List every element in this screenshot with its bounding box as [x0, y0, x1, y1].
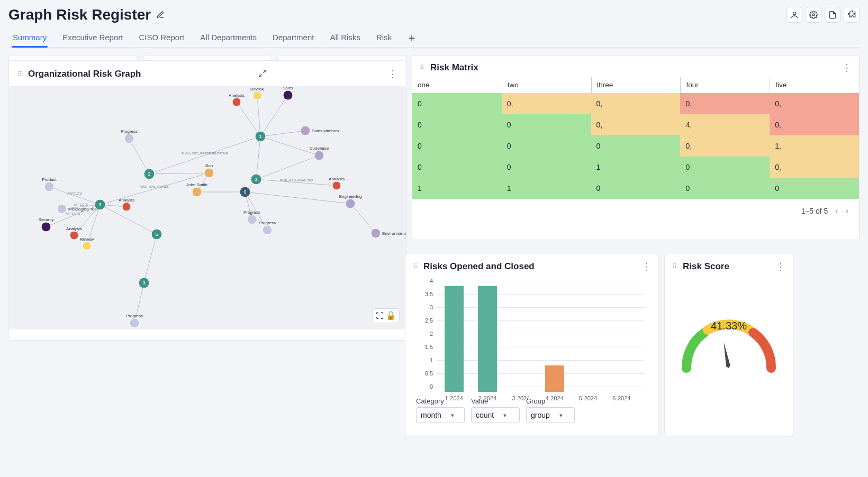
fit-icon[interactable]: ⛶: [376, 311, 384, 320]
matrix-cell[interactable]: 0,: [680, 93, 770, 114]
svg-point-0: [793, 12, 795, 15]
drag-handle-icon[interactable]: ⠿: [672, 263, 677, 270]
graph-node[interactable]: [57, 204, 67, 214]
tab-all-risks[interactable]: All Risks: [329, 29, 361, 47]
select-value: month: [421, 411, 441, 419]
svg-line-23: [49, 187, 100, 205]
card-title: Risks Opened and Closed: [423, 261, 535, 272]
matrix-cell[interactable]: 0,: [770, 157, 859, 178]
drag-handle-icon[interactable]: ⠿: [413, 263, 418, 270]
user-icon[interactable]: [786, 7, 802, 23]
kebab-icon[interactable]: ⋮: [776, 261, 785, 272]
tab-all-departments[interactable]: All Departments: [199, 29, 258, 47]
svg-text:Codebase: Codebase: [310, 146, 329, 151]
matrix-cell[interactable]: 0: [502, 135, 591, 157]
tab-summary[interactable]: Summary: [12, 29, 48, 47]
chevron-down-icon: ▾: [451, 412, 454, 419]
risk-matrix-card: ⠿ Risk Matrix ⋮ onetwothreefourfive 00,0…: [412, 55, 860, 240]
graph-node[interactable]: [346, 199, 355, 208]
svg-text:Review: Review: [250, 87, 264, 91]
chevron-down-icon: ▾: [503, 412, 507, 419]
risks-opened-closed-card: ⠿ Risks Opened and Closed ⋮ 00.511.522.5…: [405, 254, 659, 436]
svg-text:1: 1: [259, 134, 261, 139]
kebab-icon[interactable]: ⋮: [641, 261, 651, 272]
tab-risk[interactable]: Risk: [375, 29, 393, 47]
svg-line-16: [245, 192, 350, 204]
graph-node[interactable]: [263, 225, 272, 235]
group-select[interactable]: group▾: [526, 407, 575, 423]
graph-node[interactable]: [83, 242, 91, 250]
graph-node[interactable]: [253, 91, 261, 100]
graph-canvas[interactable]: PLAN_SRC_REPRESENTATIVERISK_HAS_ANALYSIS…: [9, 86, 406, 329]
kebab-icon[interactable]: ⋮: [388, 68, 397, 80]
add-tab-button[interactable]: ＋: [406, 29, 417, 47]
graph-node[interactable]: [44, 182, 54, 191]
matrix-cell[interactable]: 0: [502, 114, 591, 135]
svg-text:Engineering: Engineering: [339, 194, 362, 199]
matrix-cell[interactable]: 0: [412, 93, 502, 114]
graph-node[interactable]: [204, 168, 214, 178]
matrix-cell[interactable]: 0: [680, 178, 770, 199]
graph-node[interactable]: [247, 215, 257, 224]
matrix-cell[interactable]: 1,: [770, 135, 859, 157]
puzzle-icon[interactable]: [844, 7, 860, 23]
bar[interactable]: [478, 286, 497, 392]
matrix-cell[interactable]: 1: [502, 178, 591, 199]
drag-handle-icon[interactable]: ⠿: [420, 64, 425, 71]
matrix-header: four: [680, 77, 770, 93]
graph-node[interactable]: [70, 231, 78, 240]
svg-text:Sales: Sales: [283, 86, 293, 90]
kebab-icon[interactable]: ⋮: [842, 62, 852, 74]
matrix-header: three: [591, 77, 681, 93]
matrix-cell[interactable]: 0,: [591, 114, 681, 135]
bar[interactable]: [445, 286, 464, 392]
graph-node[interactable]: [192, 187, 202, 197]
matrix-cell[interactable]: 0: [412, 135, 502, 157]
graph-node[interactable]: [301, 126, 310, 135]
graph-node[interactable]: [41, 222, 51, 232]
matrix-cell[interactable]: 0: [591, 178, 681, 199]
matrix-cell[interactable]: 4,: [680, 114, 770, 135]
graph-node[interactable]: [122, 203, 131, 211]
matrix-header: five: [770, 77, 859, 93]
matrix-cell[interactable]: 0: [502, 157, 591, 178]
matrix-cell[interactable]: 0,: [770, 114, 859, 135]
tab-ciso-report[interactable]: CISO Report: [138, 29, 185, 47]
graph-node[interactable]: [283, 90, 293, 100]
svg-text:AFFECTS: AFFECTS: [74, 203, 88, 206]
matrix-cell[interactable]: 1: [412, 178, 502, 199]
matrix-cell[interactable]: 1: [591, 157, 681, 178]
matrix-cell[interactable]: 0: [680, 157, 770, 178]
matrix-cell[interactable]: 0: [412, 157, 502, 178]
matrix-cell[interactable]: 0,: [770, 93, 859, 114]
matrix-cell[interactable]: 0: [770, 178, 859, 199]
tab-department[interactable]: Department: [272, 29, 315, 47]
graph-node[interactable]: [332, 181, 341, 190]
edit-title-icon[interactable]: [156, 7, 165, 23]
prev-page-icon[interactable]: ‹: [835, 206, 838, 216]
expand-icon[interactable]: [258, 69, 267, 79]
category-select[interactable]: month▾: [416, 407, 465, 423]
bar[interactable]: [545, 365, 564, 392]
document-icon[interactable]: [825, 7, 840, 23]
graph-node[interactable]: [130, 318, 139, 328]
graph-node[interactable]: [124, 134, 134, 143]
matrix-cell[interactable]: 0: [412, 114, 502, 135]
svg-line-2: [257, 96, 260, 136]
lock-icon[interactable]: 🔓: [386, 311, 396, 320]
pagination-label: 1–5 of 5: [801, 207, 828, 215]
graph-node[interactable]: [371, 228, 381, 238]
matrix-cell[interactable]: 0: [591, 135, 681, 157]
matrix-cell[interactable]: 0,: [502, 93, 591, 114]
svg-text:2: 2: [148, 171, 150, 177]
tabs: SummaryExecutive ReportCISO ReportAll De…: [8, 29, 860, 48]
value-select[interactable]: count▾: [471, 407, 520, 423]
gear-icon[interactable]: [806, 7, 821, 23]
matrix-cell[interactable]: 0,: [591, 93, 681, 114]
graph-node[interactable]: [232, 98, 241, 106]
tab-executive-report[interactable]: Executive Report: [61, 29, 124, 47]
drag-handle-icon[interactable]: ⠿: [17, 70, 23, 78]
graph-node[interactable]: [314, 151, 324, 160]
matrix-cell[interactable]: 0,: [680, 135, 770, 157]
next-page-icon[interactable]: ›: [846, 206, 848, 216]
